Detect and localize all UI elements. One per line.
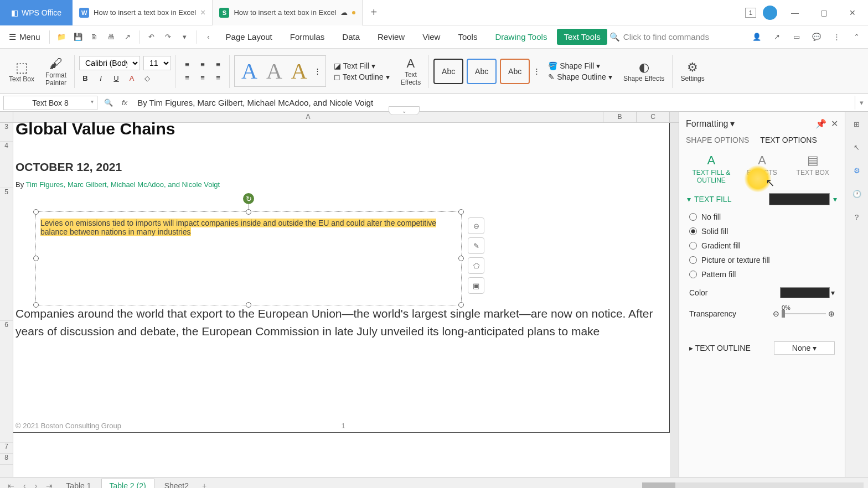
- settings-button[interactable]: ⚙ Settings: [677, 60, 707, 82]
- comment-icon[interactable]: 💬: [809, 30, 824, 44]
- edit-tool[interactable]: ✎: [468, 237, 484, 254]
- menu-button[interactable]: ☰ Menu: [4, 30, 45, 44]
- handle-rm[interactable]: [458, 256, 464, 261]
- italic-button[interactable]: I: [95, 72, 107, 85]
- handle-lm[interactable]: [33, 256, 39, 261]
- doc-tab-1[interactable]: W How to insert a text box in Excel ×: [73, 0, 213, 25]
- hscrollbar[interactable]: [642, 482, 864, 489]
- shape-options-tab[interactable]: SHAPE OPTIONS: [686, 136, 749, 144]
- presentation-icon[interactable]: 1: [745, 8, 756, 18]
- fill-tool[interactable]: ⬠: [468, 257, 484, 274]
- author-link[interactable]: Tim Figures, Marc Gilbert, Michael McAdo…: [26, 180, 220, 189]
- tab-page-layout[interactable]: Page Layout: [218, 29, 280, 45]
- share-icon[interactable]: 👤: [750, 30, 764, 44]
- text-options-tab[interactable]: TEXT OPTIONS: [760, 136, 817, 144]
- align-top-left[interactable]: ≡: [180, 59, 194, 70]
- slider-minus[interactable]: ⊖: [773, 309, 779, 318]
- user-avatar[interactable]: [763, 6, 777, 20]
- prev-sheet-icon[interactable]: ‹: [20, 481, 29, 489]
- first-sheet-icon[interactable]: ⇤: [4, 481, 18, 489]
- align-center[interactable]: ≡: [196, 72, 209, 84]
- panel-close-icon[interactable]: ✕: [831, 118, 838, 129]
- align-left[interactable]: ≡: [180, 72, 194, 84]
- grid-icon[interactable]: ⊞: [850, 117, 864, 131]
- font-select[interactable]: Calibri (Body): [79, 56, 140, 70]
- dropdown-icon[interactable]: ▾: [833, 195, 837, 204]
- export-icon[interactable]: ↗: [121, 30, 135, 44]
- align-top-center[interactable]: ≡: [196, 59, 209, 70]
- row-header-8[interactable]: 8: [0, 454, 13, 465]
- text-outline-button[interactable]: ◻Text Outline ▾: [330, 71, 393, 82]
- transparency-slider[interactable]: [782, 313, 826, 314]
- app-button[interactable]: ◧ WPS Office: [0, 0, 73, 25]
- outline-select[interactable]: None ▾: [774, 341, 835, 355]
- text-effects-button[interactable]: A Text Effects: [397, 56, 424, 86]
- open-icon[interactable]: 📁: [54, 30, 69, 44]
- row-header-7[interactable]: 7: [0, 443, 13, 454]
- vscrollbar[interactable]: [670, 123, 679, 477]
- settings-panel-icon[interactable]: ⚙: [850, 164, 864, 177]
- slider-plus[interactable]: ⊕: [828, 309, 835, 318]
- no-fill-radio[interactable]: No fill: [679, 210, 845, 224]
- font-color-button[interactable]: A: [126, 72, 138, 85]
- shape-effects-button[interactable]: ◐ Shape Effects: [620, 60, 668, 82]
- redo-icon[interactable]: ↷: [161, 30, 175, 44]
- textbox-button[interactable]: ⬚ Text Box: [6, 60, 38, 83]
- add-sheet-button[interactable]: +: [199, 481, 210, 489]
- tab-drawing-tools[interactable]: Drawing Tools: [487, 29, 555, 45]
- print-icon[interactable]: 🖶: [104, 30, 118, 44]
- align-top-right[interactable]: ≡: [211, 59, 225, 70]
- handle-tr[interactable]: [458, 209, 464, 215]
- handle-br[interactable]: [458, 302, 464, 308]
- shape-outline-button[interactable]: ✎Shape Outline ▾: [545, 71, 616, 82]
- solid-fill-radio[interactable]: Solid fill: [679, 224, 845, 238]
- cancel-icon[interactable]: 🔍: [101, 98, 116, 107]
- vscroll-top[interactable]: [670, 112, 679, 122]
- subtab-fill-outline[interactable]: A TEXT FILL & OUTLINE: [686, 153, 737, 184]
- tab-tools[interactable]: Tools: [450, 29, 485, 45]
- select-all-corner[interactable]: [0, 112, 13, 122]
- text-style-3[interactable]: A: [287, 58, 312, 84]
- pin-icon[interactable]: 📌: [815, 118, 826, 129]
- maximize-button[interactable]: ▢: [813, 2, 835, 24]
- fx-icon[interactable]: fx: [116, 98, 133, 107]
- subtab-textbox[interactable]: ▤ TEXT BOX: [787, 153, 838, 184]
- textbox-text[interactable]: Levies on emissions tied to imports will…: [36, 212, 461, 243]
- sheet-tab-sheet2[interactable]: Sheet2: [157, 479, 197, 489]
- tab-view[interactable]: View: [415, 29, 448, 45]
- clear-format-button[interactable]: ◇: [141, 72, 153, 85]
- shape-style-3[interactable]: Abc: [500, 59, 530, 84]
- rotate-handle[interactable]: ↻: [243, 193, 254, 204]
- row-header-5[interactable]: 5: [0, 188, 13, 321]
- new-tab-button[interactable]: +: [363, 6, 385, 19]
- layout-tool[interactable]: ▣: [468, 277, 484, 294]
- command-search[interactable]: 🔍 Click to find commands: [609, 32, 709, 42]
- window-icon[interactable]: ▭: [789, 30, 804, 44]
- fill-color-swatch[interactable]: [769, 193, 830, 205]
- tab-data[interactable]: Data: [334, 29, 368, 45]
- text-style-2[interactable]: A: [262, 58, 287, 84]
- help-icon[interactable]: ?: [850, 210, 864, 224]
- color-dropdown-icon[interactable]: ▾: [831, 288, 835, 297]
- text-outline-section[interactable]: ▸ TEXT OUTLINE None ▾: [679, 335, 845, 361]
- handle-tl[interactable]: [33, 209, 39, 215]
- select-icon[interactable]: ↖: [850, 141, 864, 154]
- handle-bm[interactable]: [246, 302, 251, 308]
- kebab-icon[interactable]: ⋮: [829, 30, 844, 44]
- text-fill-button[interactable]: ◪Text Fill ▾: [330, 60, 393, 71]
- shape-styles-gallery[interactable]: Abc Abc Abc ⋮: [433, 59, 540, 84]
- align-right[interactable]: ≡: [211, 72, 225, 84]
- close-icon[interactable]: ×: [200, 8, 205, 18]
- tab-formulas[interactable]: Formulas: [282, 29, 333, 45]
- formula-expand-icon[interactable]: ▾: [855, 98, 868, 107]
- format-painter-button[interactable]: 🖌 Format Painter: [42, 56, 70, 87]
- scroll-left-icon[interactable]: ‹: [202, 30, 216, 44]
- undo-icon[interactable]: ↶: [144, 30, 159, 44]
- last-sheet-icon[interactable]: ⇥: [43, 481, 56, 489]
- shape-style-2[interactable]: Abc: [467, 59, 497, 84]
- tab-review[interactable]: Review: [370, 29, 412, 45]
- next-sheet-icon[interactable]: ›: [32, 481, 41, 489]
- tab-text-tools[interactable]: Text Tools: [557, 29, 607, 45]
- picture-fill-radio[interactable]: Picture or texture fill: [679, 253, 845, 267]
- text-style-1[interactable]: A: [237, 58, 262, 84]
